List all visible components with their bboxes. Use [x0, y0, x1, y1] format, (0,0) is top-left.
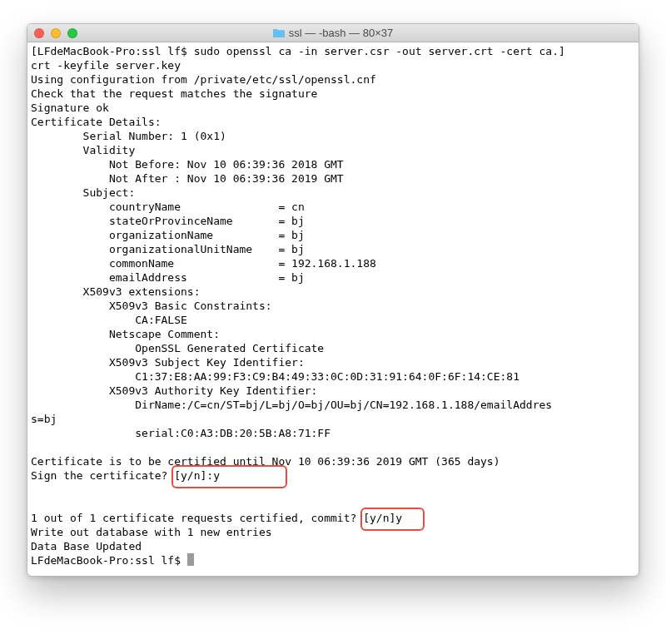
terminal-line: OpenSSL Generated Certificate [31, 341, 635, 355]
terminal-line [31, 497, 635, 511]
window-title-wrap: ssl — -bash — 80×37 [27, 27, 639, 39]
terminal-line: Sign the certificate? [y/n]:y [31, 468, 635, 483]
terminal-line: [LFdeMacBook-Pro:ssl lf$ sudo openssl ca… [31, 44, 635, 58]
terminal-line: Subject: [31, 186, 635, 200]
close-button[interactable] [34, 28, 44, 38]
terminal-line: Signature ok [31, 101, 635, 115]
terminal-line: X509v3 Subject Key Identifier: [31, 355, 635, 369]
terminal-line: Check that the request matches the signa… [31, 87, 635, 101]
zoom-button[interactable] [67, 28, 77, 38]
terminal-window: ssl — -bash — 80×37 [LFdeMacBook-Pro:ssl… [27, 23, 639, 577]
terminal-line: Not Before: Nov 10 06:39:36 2018 GMT [31, 157, 635, 171]
terminal-line [31, 483, 635, 497]
terminal-line: Certificate is to be certified until Nov… [31, 454, 635, 468]
terminal-line: crt -keyfile server.key [31, 58, 635, 72]
terminal-line: Using configuration from /private/etc/ss… [31, 72, 635, 87]
window-title: ssl — -bash — 80×37 [289, 27, 393, 39]
terminal-line: organizationalUnitName = bj [31, 242, 635, 256]
titlebar[interactable]: ssl — -bash — 80×37 [27, 24, 639, 42]
terminal-line: s=bj [31, 412, 635, 426]
terminal-line: LFdeMacBook-Pro:ssl lf$ [31, 553, 635, 567]
terminal-line: X509v3 Authority Key Identifier: [31, 384, 635, 398]
terminal-line [31, 440, 635, 454]
terminal-line: Serial Number: 1 (0x1) [31, 129, 635, 143]
terminal-line: 1 out of 1 certificate requests certifie… [31, 511, 635, 525]
traffic-lights [34, 28, 77, 38]
terminal-line: serial:C0:A3:DB:20:5B:A8:71:FF [31, 426, 635, 440]
terminal-line: stateOrProvinceName = bj [31, 214, 635, 228]
terminal-line: commonName = 192.168.1.188 [31, 256, 635, 270]
terminal-line: Write out database with 1 new entries [31, 525, 635, 539]
folder-icon [273, 28, 285, 37]
terminal-line: C1:37:E8:AA:99:F3:C9:B4:49:33:0C:0D:31:9… [31, 369, 635, 384]
terminal-line: CA:FALSE [31, 313, 635, 327]
terminal-line: emailAddress = bj [31, 270, 635, 285]
minimize-button[interactable] [51, 28, 61, 38]
terminal-line: countryName = cn [31, 200, 635, 214]
terminal-line: Not After : Nov 10 06:39:36 2019 GMT [31, 171, 635, 186]
terminal-line: Data Base Updated [31, 539, 635, 553]
terminal-line: Certificate Details: [31, 115, 635, 129]
terminal-line: X509v3 extensions: [31, 285, 635, 299]
cursor [187, 553, 194, 566]
terminal-content[interactable]: [LFdeMacBook-Pro:ssl lf$ sudo openssl ca… [27, 42, 639, 576]
terminal-line: X509v3 Basic Constraints: [31, 299, 635, 313]
terminal-line: Validity [31, 143, 635, 157]
terminal-line: DirName:/C=cn/ST=bj/L=bj/O=bj/OU=bj/CN=1… [31, 398, 635, 412]
terminal-line: Netscape Comment: [31, 327, 635, 341]
terminal-line: organizationName = bj [31, 228, 635, 242]
